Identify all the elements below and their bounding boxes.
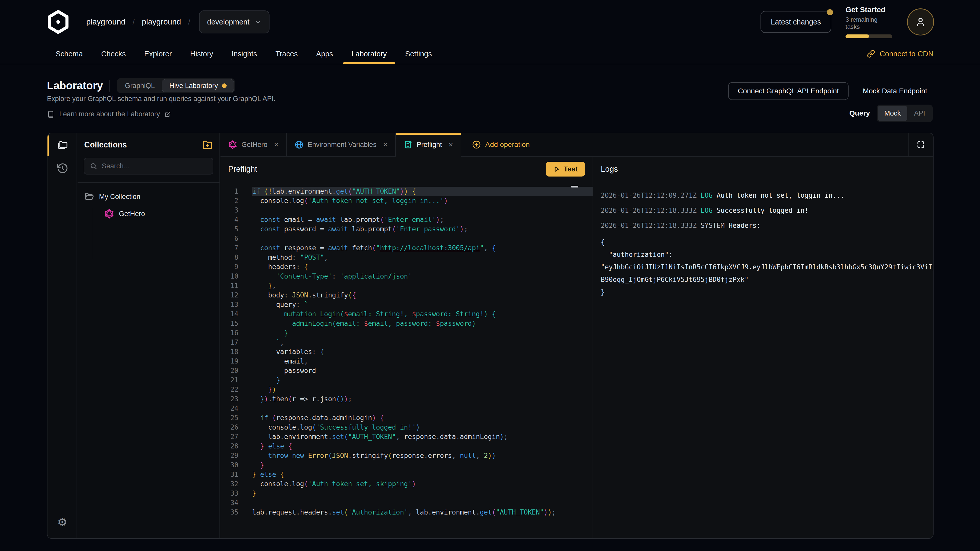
nav-item-laboratory[interactable]: Laboratory [352,44,387,64]
line-number: 5 [221,224,239,234]
mode-option-graphiql[interactable]: GraphiQL [118,79,162,92]
line-code: } [252,489,593,498]
code-line[interactable]: 3 [221,206,593,215]
nav-item-history[interactable]: History [190,44,213,64]
code-line[interactable]: 30 } [221,460,593,470]
breadcrumb-project[interactable]: playground [142,17,181,27]
scrollbar-cursor-mark[interactable] [571,186,578,187]
connect-endpoint-button[interactable]: Connect GraphQL API Endpoint [728,82,849,100]
code-line[interactable]: 27 lab.environment.set("AUTH_TOKEN", res… [221,432,593,441]
tab-environment-variables[interactable]: Environment Variables× [287,133,396,156]
code-line[interactable]: 35lab.request.headers.set('Authorization… [221,508,593,517]
connect-to-cdn-button[interactable]: Connect to CDN [867,50,934,58]
code-line[interactable]: 11 }, [221,281,593,291]
get-started-widget[interactable]: Get Started 3 remaining tasks [845,6,893,38]
user-avatar[interactable] [907,8,934,35]
operation-item-gethero[interactable]: GetHero [104,209,213,219]
preflight-pane: Preflight Test 1if (!lab.environment.get… [221,157,593,538]
learn-more-link[interactable]: Learn more about the Laboratory [47,110,171,118]
icon-rail: ⚙ [48,133,77,538]
nav-item-schema[interactable]: Schema [56,44,83,64]
tab-gethero[interactable]: GetHero× [221,133,287,156]
code-line[interactable]: 32 console.log('Auth token set, skipping… [221,479,593,489]
logs-output[interactable]: 2026-01-26T12:12:09.271Z LOG Auth token … [593,182,933,538]
nav-item-checks[interactable]: Checks [101,44,126,64]
line-code: body: JSON.stringify({ [252,291,593,300]
close-icon[interactable]: × [449,140,453,149]
folder-open-icon [84,192,94,202]
mock-endpoint-button[interactable]: Mock Data Endpoint [863,87,927,95]
code-line[interactable]: 21 } [221,375,593,385]
close-icon[interactable]: × [274,140,279,149]
line-number: 2 [221,196,239,206]
code-line[interactable]: 25 if (response.data.adminLogin) { [221,413,593,423]
code-line[interactable]: 26 console.log('Successfully logged in!'… [221,423,593,432]
nav-item-insights[interactable]: Insights [231,44,257,64]
fullscreen-button[interactable] [908,133,933,156]
code-line[interactable]: 5 const password = await lab.prompt('Ent… [221,224,593,234]
hive-logo-icon[interactable] [46,10,70,34]
code-line[interactable]: 12 body: JSON.stringify({ [221,291,593,300]
nav-item-apps[interactable]: Apps [316,44,333,64]
code-line[interactable]: 9 headers: { [221,262,593,272]
target-selector[interactable]: development [199,11,269,33]
line-number: 12 [221,291,239,300]
preflight-code-editor[interactable]: 1if (!lab.environment.get("AUTH_TOKEN"))… [221,182,593,538]
code-line[interactable]: 22 }) [221,385,593,394]
code-line[interactable]: 29 throw new Error(JSON.stringify(respon… [221,451,593,460]
nav-item-settings[interactable]: Settings [405,44,432,64]
code-line[interactable]: 2 console.log('Auth token not set, loggi… [221,196,593,206]
operation-label: GetHero [119,210,145,218]
code-line[interactable]: 1if (!lab.environment.get("AUTH_TOKEN"))… [221,187,593,196]
breadcrumb-org[interactable]: playground [86,17,125,27]
code-line[interactable]: 14 mutation Login($email: String!, $pass… [221,310,593,319]
code-line[interactable]: 8 method: "POST", [221,253,593,262]
test-button[interactable]: Test [546,162,585,176]
code-line[interactable]: 4 const email = await lab.prompt('Enter … [221,215,593,224]
preflight-pane-header: Preflight Test [221,157,593,182]
query-mode-api[interactable]: API [907,106,932,121]
code-line[interactable]: 20 password [221,366,593,375]
collection-folder-item[interactable]: My Collection [84,192,213,202]
latest-changes-button[interactable]: Latest changes [760,11,831,33]
collections-rail-button[interactable] [48,133,77,157]
code-line[interactable]: 7 const response = await fetch("http://l… [221,243,593,253]
history-rail-button[interactable] [48,157,77,180]
code-line[interactable]: 34 [221,498,593,508]
code-line[interactable]: 17 `, [221,338,593,347]
code-line[interactable]: 6 [221,234,593,243]
history-icon [56,162,68,174]
line-code: const email = await lab.prompt('Enter em… [252,215,593,224]
code-line[interactable]: 23 }).then(r => r.json()); [221,394,593,404]
logs-pane: Logs 2026-01-26T12:12:09.271Z LOG Auth t… [593,157,933,538]
collection-search[interactable] [84,158,213,175]
code-line[interactable]: 19 email, [221,357,593,366]
code-line[interactable]: 31} else { [221,470,593,479]
code-line[interactable]: 15 adminLogin(email: $email, password: $… [221,319,593,328]
globe-icon [294,140,304,149]
code-line[interactable]: 18 variables: { [221,347,593,357]
code-line[interactable]: 33} [221,489,593,498]
new-collection-folder-plus-icon[interactable] [202,140,213,150]
search-input[interactable] [102,162,207,170]
tab-preflight[interactable]: Preflight× [396,133,461,156]
code-line[interactable]: 16 } [221,328,593,338]
external-link-icon [165,111,171,118]
add-operation-button[interactable]: Add operation [461,133,540,156]
line-code: method: "POST", [252,253,593,262]
line-number: 26 [221,423,239,432]
nav-item-explorer[interactable]: Explorer [144,44,172,64]
nav-item-traces[interactable]: Traces [275,44,298,64]
mode-option-hive-laboratory[interactable]: Hive Laboratory [162,79,234,92]
query-mode-mock[interactable]: Mock [878,106,907,121]
code-line[interactable]: 24 [221,404,593,413]
code-line[interactable]: 28 } else { [221,441,593,451]
settings-rail-button[interactable]: ⚙ [48,510,77,534]
line-number: 28 [221,441,239,451]
code-line[interactable]: 13 query: ` [221,300,593,310]
line-number: 14 [221,310,239,319]
log-timestamp: 2026-01-26T12:12:18.333Z [601,206,700,214]
code-line[interactable]: 10 'Content-Type': 'application/json' [221,272,593,281]
close-icon[interactable]: × [383,140,388,149]
collections-icon [56,139,68,151]
